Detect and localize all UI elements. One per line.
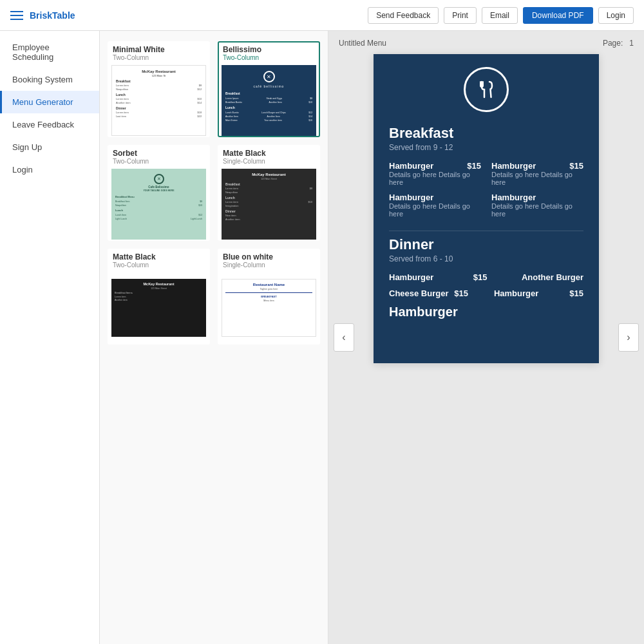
item-price: $15	[467, 161, 481, 171]
item-name: Hamburger	[389, 161, 433, 171]
preview-menu-item: Hamburger Details go here Details go her…	[491, 193, 583, 218]
template-thumbnail-bellissimo: ✕ café bellissimo Breakfast Lorem IpsumS…	[219, 65, 319, 136]
divider	[389, 231, 583, 231]
download-pdf-button[interactable]: Download PDF	[523, 7, 593, 24]
sidebar: Employee Scheduling Booking System Menu …	[0, 31, 100, 644]
preview-toolbar: Untitled Menu Page: 1	[334, 39, 639, 48]
preview-menu-item: Hamburger $15 Details go here Details go…	[491, 161, 583, 186]
preview-menu-item: Hamburger Details go here Details go her…	[389, 193, 481, 218]
preview-logo-circle	[464, 67, 509, 112]
template-thumbnail-mblack2: McKay Restaurant123 Main Street Breakfas…	[109, 272, 209, 343]
sidebar-item-leave-feedback[interactable]: Leave Feedback	[0, 113, 99, 136]
preview-breakfast-title: Breakfast	[389, 125, 583, 142]
template-title: Matte Black	[113, 252, 205, 261]
preview-breakfast-grid: Hamburger $15 Details go here Details go…	[389, 161, 583, 224]
dinner-item-2: Another Burger	[522, 272, 583, 282]
template-subtitle: Two-Column	[113, 158, 205, 165]
item-name: Hamburger	[491, 161, 536, 171]
dinner-row-1: Hamburger $15 Another Burger	[389, 272, 583, 282]
top-navbar: BriskTable Send Feedback Print Email Dow…	[0, 0, 644, 31]
preview-logo-area	[389, 67, 583, 112]
template-title: Sorbet	[113, 149, 205, 158]
main-content: Minimal White Two-Column McKay Restauran…	[100, 31, 644, 644]
template-title: Bellissimo	[223, 45, 315, 54]
template-card-sorbet[interactable]: Sorbet Two-Column ✕ Cafe BelissimoYOUR T…	[108, 145, 210, 241]
template-card-label: Bellissimo Two-Column	[219, 43, 319, 65]
brand-name-colored: Brisk	[30, 10, 52, 21]
item-name: Hamburger	[389, 193, 433, 202]
nav-left: BriskTable	[10, 10, 75, 21]
template-card-matte-black-two[interactable]: Matte Black Two-Column McKay Restaurant1…	[108, 249, 210, 345]
preview-page-info: Page: 1	[603, 39, 634, 48]
preview-next-button[interactable]: ›	[618, 323, 639, 352]
preview-menu-item: Hamburger $15 Details go here Details go…	[389, 161, 481, 186]
template-subtitle: Two-Column	[113, 54, 205, 61]
preview-prev-button[interactable]: ‹	[334, 323, 354, 352]
item-desc: Details go here Details go here	[389, 171, 481, 186]
template-thumbnail-sorbet: ✕ Cafe BelissimoYOUR TAGLINE GOES HERE B…	[109, 169, 209, 240]
template-card-blue-on-white[interactable]: Blue on white Single-Column Restaurant N…	[218, 249, 320, 345]
template-card-bellissimo[interactable]: Bellissimo Two-Column ✕ café bellissimo …	[218, 41, 320, 137]
dinner-item-1-price: $15	[468, 272, 488, 282]
template-title: Minimal White	[113, 45, 205, 54]
template-card-matte-black-single[interactable]: Matte Black Single-Column McKay Restaura…	[218, 145, 320, 241]
nav-right: Send Feedback Print Email Download PDF L…	[368, 7, 634, 24]
item-desc: Details go here Details go here	[491, 171, 583, 186]
template-panel: Minimal White Two-Column McKay Restauran…	[100, 31, 328, 644]
template-title: Matte Black	[223, 149, 315, 158]
preview-menu-title: Untitled Menu	[339, 39, 386, 48]
sidebar-item-booking-system[interactable]: Booking System	[0, 68, 99, 91]
dinner-item-3-price: $15	[454, 289, 468, 298]
template-card-minimal-white[interactable]: Minimal White Two-Column McKay Restauran…	[108, 41, 210, 137]
template-subtitle: Two-Column	[113, 261, 205, 269]
template-card-label: Matte Black Two-Column	[109, 250, 209, 272]
sidebar-item-menu-generator[interactable]: Menu Generator	[0, 91, 99, 113]
preview-breakfast-subtitle: Served from 9 - 12	[389, 143, 583, 152]
dinner-big-item: Hamburger	[389, 305, 583, 319]
template-grid: Minimal White Two-Column McKay Restauran…	[108, 41, 320, 345]
template-card-label: Sorbet Two-Column	[109, 146, 209, 169]
template-card-label: Blue on white Single-Column	[219, 250, 319, 272]
dinner-item-4-price: $15	[569, 289, 583, 298]
preview-panel: Untitled Menu Page: 1 ‹ ›	[328, 31, 644, 644]
preview-dinner-subtitle: Served from 6 - 10	[389, 254, 583, 263]
dinner-item-4: Hamburger	[494, 289, 538, 298]
fork-spoon-icon	[475, 78, 498, 101]
brand-name-plain: Table	[52, 10, 75, 21]
template-card-label: Minimal White Two-Column	[109, 43, 209, 65]
preview-dinner-title: Dinner	[389, 236, 583, 253]
hamburger-menu-icon[interactable]	[10, 11, 23, 20]
template-subtitle: Two-Column	[223, 54, 315, 61]
print-button[interactable]: Print	[444, 7, 477, 24]
item-name: Hamburger	[491, 193, 536, 202]
dinner-row-2: Cheese Burger $15 Hamburger $15	[389, 289, 583, 298]
login-button[interactable]: Login	[598, 7, 634, 24]
sidebar-item-employee-scheduling[interactable]: Employee Scheduling	[0, 36, 99, 68]
template-thumbnail-mblack: McKay Restaurant123 Main Street Breakfas…	[219, 169, 319, 240]
template-thumbnail-bluewhite: Restaurant Name Tagline goes here BREAKF…	[219, 272, 319, 343]
dinner-item-3: Cheese Burger	[389, 289, 448, 298]
template-thumbnail-minimal: McKay Restaurant123 Main St Breakfast Lo…	[109, 65, 209, 136]
brand-logo: BriskTable	[30, 10, 75, 21]
send-feedback-button[interactable]: Send Feedback	[368, 7, 439, 24]
email-button[interactable]: Email	[482, 7, 518, 24]
item-desc: Details go here Details go here	[491, 202, 583, 218]
sidebar-item-sign-up[interactable]: Sign Up	[0, 136, 99, 158]
template-card-label: Matte Black Single-Column	[219, 146, 319, 169]
template-subtitle: Single-Column	[223, 158, 315, 165]
item-price: $15	[569, 161, 583, 171]
sidebar-item-login[interactable]: Login	[0, 158, 99, 181]
preview-page: Breakfast Served from 9 - 12 Hamburger $…	[374, 54, 599, 363]
template-subtitle: Single-Column	[223, 261, 315, 269]
template-title: Blue on white	[223, 252, 315, 261]
item-desc: Details go here Details go here	[389, 202, 481, 218]
dinner-item-1: Hamburger	[389, 272, 433, 282]
